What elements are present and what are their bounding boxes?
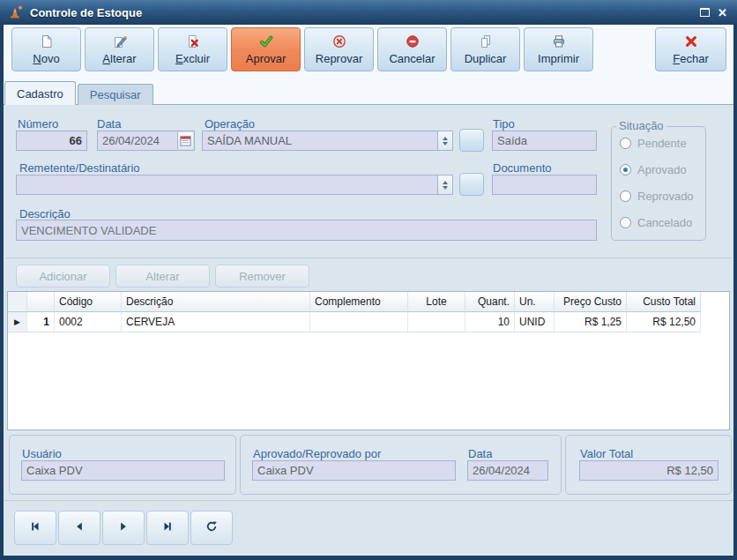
valor-total-label: Valor Total [580, 447, 633, 460]
grid-header-un[interactable]: Un. [515, 292, 555, 312]
grid-header-preco-custo[interactable]: Preço Custo [555, 292, 627, 312]
tab-pesquisar[interactable]: Pesquisar [78, 84, 153, 105]
aprovar-button[interactable]: Aprovar [231, 27, 301, 71]
fechar-label: Fechar [673, 52, 708, 65]
main-toolbar: Novo Alterar Excluir [4, 25, 733, 79]
row-lote-cell[interactable] [408, 312, 465, 332]
radio-reprovado[interactable]: Reprovado [620, 190, 694, 203]
radio-aprovado-circle[interactable] [620, 164, 631, 175]
adicionar-button[interactable]: Adicionar [16, 265, 110, 287]
aprovacao-panel: Aprovado/Reprovado por Caixa PDV Data 26… [240, 435, 562, 495]
novo-label: Novo [33, 52, 59, 65]
first-record-icon [29, 520, 41, 535]
remetente-lookup-button[interactable] [459, 173, 484, 196]
data-field[interactable]: 26/04/2024 [97, 131, 195, 151]
grid-header-marker [8, 292, 27, 312]
titlebar[interactable]: Controle de Estoque ✕ [0, 0, 737, 25]
documento-field[interactable] [492, 175, 597, 195]
operacao-combo[interactable]: SAÍDA MANUAL [202, 131, 453, 151]
remetente-combo[interactable] [16, 175, 453, 195]
fechar-button[interactable]: Fechar [655, 27, 726, 71]
grid-header-custo-total[interactable]: Custo Total [627, 292, 701, 312]
close-icon[interactable]: ✕ [718, 7, 727, 19]
tab-strip: Cadastro Pesquisar [4, 81, 153, 105]
nav-previous-button[interactable] [58, 511, 100, 545]
nav-first-button[interactable] [14, 511, 56, 545]
grid-header-row: Código Descrição Complemento Lote Quant.… [8, 292, 729, 312]
usuario-panel: Usuário Caixa PDV [9, 435, 236, 495]
record-navigator [4, 500, 733, 556]
printer-icon [552, 34, 566, 49]
tab-cadastro[interactable]: Cadastro [4, 81, 76, 105]
grid-header-filler [701, 292, 729, 312]
grid-header-codigo[interactable]: Código [55, 292, 122, 312]
row-number-cell[interactable]: 1 [27, 312, 55, 332]
valor-total-field: R$ 12,50 [579, 460, 718, 481]
row-descricao-cell[interactable]: CERVEJA [122, 312, 310, 332]
radio-cancelado-circle[interactable] [620, 217, 631, 228]
nav-last-button[interactable] [146, 511, 189, 545]
excluir-button[interactable]: Excluir [158, 27, 227, 71]
aprovacao-data-field: 26/04/2024 [467, 460, 548, 481]
imprimir-button[interactable]: Imprimir [524, 27, 593, 71]
operacao-lookup-button[interactable] [459, 129, 484, 152]
maximize-icon[interactable] [700, 8, 710, 17]
cadastro-page: Número 66 Data 26/04/2024 Operação SAÍDA… [4, 104, 733, 555]
valor-total-panel: Valor Total R$ 12,50 [565, 435, 732, 495]
new-document-icon [40, 34, 54, 49]
grid-row-1[interactable]: ▶ 1 0002 CERVEJA 10 UNID R$ 1,25 R$ 12,5… [8, 312, 729, 332]
descricao-label: Descrição [19, 207, 71, 220]
grid-header-complemento[interactable]: Complemento [310, 292, 408, 312]
row-custo-total-cell[interactable]: R$ 12,50 [627, 312, 701, 332]
usuario-label: Usuário [22, 447, 62, 460]
grid-header-quant[interactable]: Quant. [465, 292, 515, 312]
radio-reprovado-circle[interactable] [620, 190, 631, 202]
spinner-icon[interactable] [437, 131, 452, 150]
alterar-label: Alterar [102, 52, 136, 65]
novo-button[interactable]: Novo [11, 27, 81, 71]
radio-pendente-circle[interactable] [620, 138, 631, 149]
cancelar-label: Cancelar [389, 52, 435, 65]
items-separator [5, 258, 732, 258]
row-quant-cell[interactable]: 10 [465, 312, 515, 332]
situacao-label: Situação [616, 119, 666, 132]
radio-pendente[interactable]: Pendente [620, 137, 687, 150]
calendar-icon[interactable] [177, 132, 193, 149]
row-codigo-cell[interactable]: 0002 [55, 312, 122, 332]
cancelar-button[interactable]: Cancelar [377, 27, 447, 71]
remover-button[interactable]: Remover [215, 265, 309, 287]
imprimir-label: Imprimir [538, 52, 579, 65]
duplicate-pages-icon [479, 34, 493, 49]
next-record-icon [117, 520, 130, 535]
edit-pencil-icon [113, 34, 127, 49]
window-content: Novo Alterar Excluir [4, 25, 733, 555]
nav-next-button[interactable] [102, 511, 145, 545]
usuario-field: Caixa PDV [21, 460, 225, 481]
controle-de-estoque-window: Controle de Estoque ✕ Novo [0, 0, 737, 560]
radio-aprovado[interactable]: Aprovado [620, 163, 687, 176]
row-preco-custo-cell[interactable]: R$ 1,25 [555, 312, 627, 332]
row-marker-icon: ▶ [8, 312, 27, 332]
duplicar-button[interactable]: Duplicar [450, 27, 520, 71]
radio-cancelado[interactable]: Cancelado [620, 216, 692, 229]
descricao-field[interactable]: VENCIMENTO VALIDADE [16, 220, 597, 241]
reprovar-button[interactable]: Reprovar [304, 27, 374, 71]
alterar-button[interactable]: Alterar [85, 27, 154, 71]
items-button-row: Adicionar Alterar Remover [16, 265, 315, 287]
aprovar-label: Aprovar [246, 52, 287, 65]
items-grid[interactable]: Código Descrição Complemento Lote Quant.… [7, 291, 730, 430]
grid-header-num [27, 292, 55, 312]
operacao-label: Operação [205, 117, 255, 131]
grid-header-lote[interactable]: Lote [408, 292, 465, 312]
nav-refresh-button[interactable] [190, 511, 233, 545]
alterar-item-button[interactable]: Alterar [115, 265, 210, 287]
cancel-circle-icon [406, 34, 420, 49]
duplicar-label: Duplicar [465, 52, 507, 65]
aprovado-por-label: Aprovado/Reprovado por [253, 447, 381, 460]
row-complemento-cell[interactable] [310, 312, 408, 332]
reject-circle-icon [332, 34, 346, 49]
grid-header-descricao[interactable]: Descrição [122, 292, 310, 312]
row-un-cell[interactable]: UNID [515, 312, 555, 332]
spinner-icon[interactable] [437, 175, 452, 194]
tipo-label: Tipo [493, 117, 515, 131]
